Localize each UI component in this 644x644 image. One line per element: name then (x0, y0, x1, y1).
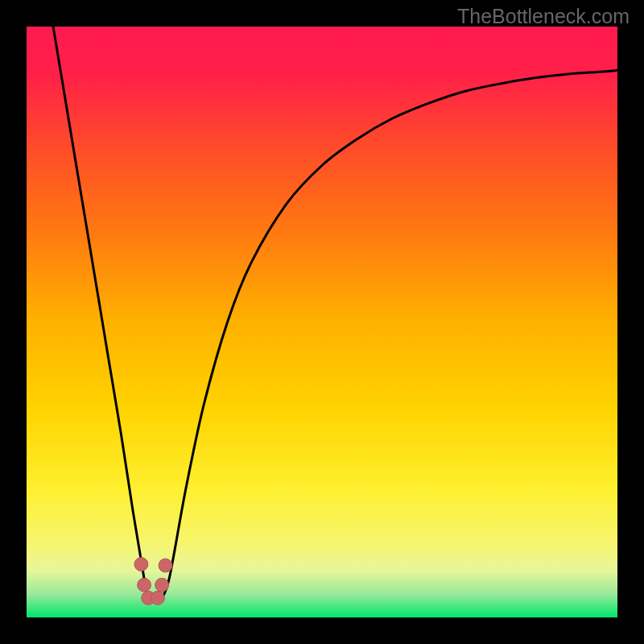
chart-frame: TheBottleneck.com (0, 0, 644, 644)
curve-marker (159, 559, 172, 572)
chart-plot-area (27, 27, 617, 617)
chart-background (27, 27, 617, 617)
chart-svg (27, 27, 617, 617)
curve-marker (155, 578, 169, 592)
curve-marker (138, 578, 151, 592)
curve-marker (134, 558, 148, 572)
curve-marker (151, 591, 165, 605)
attribution-text: TheBottleneck.com (457, 5, 630, 28)
